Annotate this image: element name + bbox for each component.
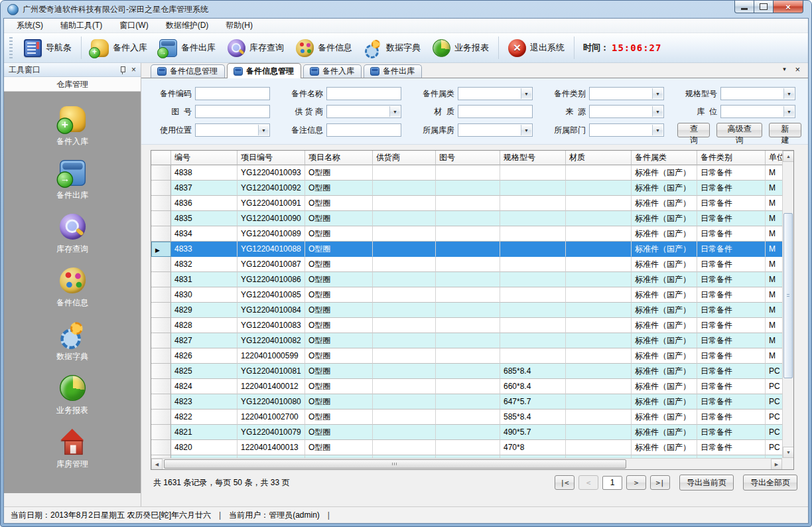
- sidebar-close-icon[interactable]: ×: [131, 66, 136, 74]
- sidebar-item-stock-query[interactable]: 库存查询: [56, 211, 88, 255]
- part-name-text-input[interactable]: [327, 88, 401, 100]
- department-dropdown[interactable]: [589, 123, 664, 137]
- column-header-1[interactable]: 编号: [171, 151, 237, 165]
- table-row[interactable]: 4823YG12204010080O型圈647*5.7标准件（国产）日常备件PC: [151, 394, 782, 410]
- warehouse-dropdown[interactable]: [458, 123, 533, 137]
- horizontal-scrollbar[interactable]: ◀ ▶: [151, 458, 782, 469]
- scroll-up-icon[interactable]: ▲: [783, 151, 794, 162]
- column-header-3[interactable]: 项目名称: [305, 151, 373, 165]
- scroll-left-icon[interactable]: ◀: [151, 459, 163, 470]
- tab-2[interactable]: 备件入库: [303, 64, 362, 78]
- row-selector-cell[interactable]: [151, 287, 171, 303]
- table-row-selected[interactable]: ▶4833YG12204010088O型圈标准件（国产）日常备件M: [151, 242, 782, 257]
- new-button[interactable]: 新建: [769, 123, 801, 137]
- material-input[interactable]: [458, 105, 533, 118]
- table-row[interactable]: 4835YG12204010090O型圈标准件（国产）日常备件M: [151, 211, 782, 226]
- menu-item-system[interactable]: 系统(S): [8, 18, 52, 33]
- sidebar-item-part-out[interactable]: 备件出库: [56, 157, 88, 201]
- table-row[interactable]: 48261220401000599O型圈标准件（国产）日常备件M: [151, 348, 782, 364]
- toolbar-button-stock-query[interactable]: 库存查询: [222, 37, 290, 59]
- row-selector-cell[interactable]: [151, 394, 171, 410]
- menu-item-data-maintenance[interactable]: 数据维护(D): [157, 18, 218, 33]
- export-all-pages-button[interactable]: 导出全部页: [743, 475, 797, 490]
- remark-text-input[interactable]: [327, 125, 401, 137]
- bin-location-dropdown[interactable]: [720, 105, 795, 118]
- column-header-2[interactable]: 项目编号: [237, 151, 305, 165]
- scroll-right-icon[interactable]: ▶: [771, 459, 782, 470]
- table-row[interactable]: 4828YG12204010083O型圈标准件（国产）日常备件M: [151, 318, 782, 333]
- table-row[interactable]: 48241220401400012O型圈660*8.4标准件（国产）日常备件PC: [151, 379, 782, 394]
- sidebar-item-biz-report[interactable]: 业务报表: [56, 372, 88, 416]
- vertical-scroll-thumb[interactable]: [783, 213, 793, 378]
- toolbar-button-navbar[interactable]: 导航条: [18, 37, 78, 59]
- column-header-5[interactable]: 图号: [436, 151, 500, 165]
- menu-item-help[interactable]: 帮助(H): [217, 18, 261, 33]
- part-name-input[interactable]: [326, 87, 401, 100]
- row-selector-cell[interactable]: [151, 348, 171, 364]
- vertical-scroll-track[interactable]: [783, 162, 793, 447]
- query-button[interactable]: 查询: [677, 123, 710, 137]
- column-header-10[interactable]: 单位: [766, 151, 782, 165]
- row-selector-cell[interactable]: [151, 211, 171, 226]
- advanced-query-button[interactable]: 高级查询: [716, 123, 762, 137]
- row-selector-cell[interactable]: [151, 165, 171, 181]
- row-selector-cell[interactable]: [151, 181, 171, 196]
- sidebar-item-part-info[interactable]: 备件信息: [56, 265, 88, 309]
- table-row[interactable]: 48221220401002700O型圈585*8.4标准件（国产）日常备件PC: [151, 410, 782, 425]
- sidebar-item-data-dict[interactable]: 数据字典: [56, 319, 88, 362]
- table-row[interactable]: 4830YG12204010085O型圈标准件（国产）日常备件M: [151, 287, 782, 303]
- toolbar-grip[interactable]: [9, 37, 13, 58]
- row-selector-cell[interactable]: [151, 333, 171, 348]
- menu-item-window[interactable]: 窗口(W): [111, 18, 157, 33]
- row-selector-cell[interactable]: [151, 303, 171, 318]
- row-selector-cell[interactable]: [151, 440, 171, 455]
- first-page-button[interactable]: |<: [555, 475, 575, 490]
- toolbar-button-part-info[interactable]: 备件信息: [290, 37, 358, 59]
- row-selector-cell[interactable]: ▶: [151, 242, 171, 257]
- toolbar-button-biz-report[interactable]: 业务报表: [427, 37, 495, 59]
- drawing-no-text-input[interactable]: [196, 106, 269, 118]
- scroll-down-icon[interactable]: ▼: [783, 447, 794, 458]
- maximize-button[interactable]: [754, 1, 774, 13]
- row-selector-cell[interactable]: [151, 272, 171, 287]
- drawing-no-input[interactable]: [195, 105, 270, 118]
- part-class-dropdown[interactable]: [589, 87, 664, 100]
- material-text-input[interactable]: [458, 106, 532, 118]
- tab-0[interactable]: 备件信息管理: [151, 64, 225, 78]
- tab-1-active[interactable]: 备件信息管理: [227, 63, 301, 78]
- column-header-4[interactable]: 供货商: [373, 151, 436, 165]
- next-page-button[interactable]: >: [626, 475, 646, 490]
- prev-page-button[interactable]: <: [578, 475, 598, 490]
- close-button[interactable]: ×: [773, 1, 803, 13]
- toolbar-button-part-in[interactable]: 备件入库: [85, 37, 153, 59]
- export-current-page-button[interactable]: 导出当前页: [679, 475, 734, 490]
- sidebar-item-part-in[interactable]: 备件入库: [56, 104, 88, 147]
- table-row[interactable]: 4837YG12204010092O型圈标准件（国产）日常备件M: [151, 181, 782, 196]
- column-header-8[interactable]: 备件属类: [632, 151, 697, 165]
- table-row[interactable]: 4832YG12204010087O型圈标准件（国产）日常备件M: [151, 257, 782, 272]
- row-selector-cell[interactable]: [151, 318, 171, 333]
- toolbar-button-data-dict[interactable]: 数据字典: [358, 37, 427, 59]
- part-code-text-input[interactable]: [196, 88, 269, 100]
- pin-icon[interactable]: [119, 66, 126, 74]
- column-header-9[interactable]: 备件类别: [697, 151, 766, 165]
- part-category-dropdown[interactable]: [458, 87, 533, 100]
- supplier-dropdown[interactable]: [326, 105, 401, 118]
- table-row[interactable]: 4821YG12204010079O型圈490*5.7标准件（国产）日常备件PC: [151, 425, 782, 440]
- spec-model-dropdown[interactable]: [720, 87, 795, 100]
- table-row[interactable]: 4827YG12204010082O型圈标准件（国产）日常备件M: [151, 333, 782, 348]
- table-row[interactable]: 48201220401400013O型圈470*8标准件（国产）日常备件PC: [151, 440, 782, 455]
- minimize-button[interactable]: [734, 1, 754, 13]
- toolbar-button-exit[interactable]: 退出系统: [502, 37, 571, 59]
- source-dropdown[interactable]: [589, 105, 664, 118]
- sidebar-item-warehouse[interactable]: 库房管理: [56, 426, 88, 470]
- last-page-button[interactable]: >|: [650, 475, 670, 490]
- row-selector-cell[interactable]: [151, 379, 171, 394]
- table-row[interactable]: 4836YG12204010091O型圈标准件（国产）日常备件M: [151, 196, 782, 211]
- table-row[interactable]: 4834YG12204010089O型圈标准件（国产）日常备件M: [151, 226, 782, 242]
- column-header-7[interactable]: 材质: [566, 151, 632, 165]
- horizontal-scroll-thumb[interactable]: [164, 459, 626, 469]
- column-header-6[interactable]: 规格型号: [500, 151, 566, 165]
- tab-close-icon[interactable]: ×: [795, 65, 800, 74]
- row-selector-cell[interactable]: [151, 226, 171, 242]
